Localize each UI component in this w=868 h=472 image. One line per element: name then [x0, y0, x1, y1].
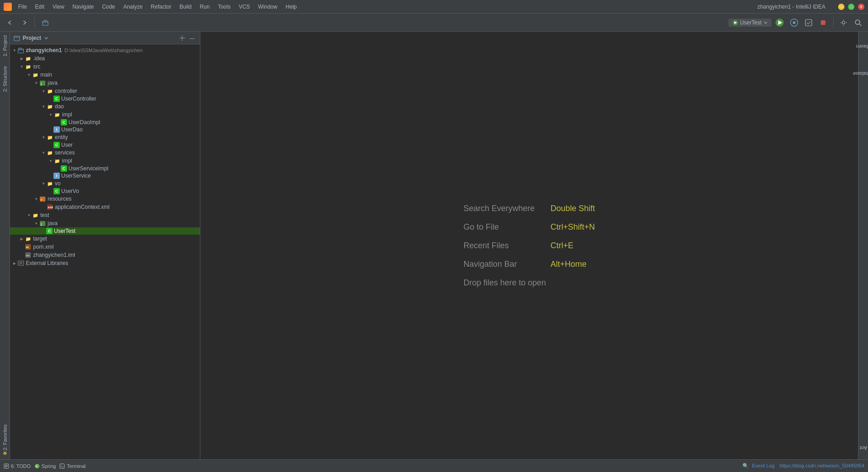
menu-code[interactable]: Code [98, 3, 119, 11]
resources-folder-icon: r [39, 195, 46, 202]
class-icon-usercontroller: C [53, 96, 60, 102]
tree-label-services: services [55, 149, 75, 156]
class-icon-usertest: C [46, 228, 53, 234]
tree-item-vo[interactable]: ▼ 📁 vo [10, 179, 200, 188]
tree-label-extlibs: External Libraries [26, 260, 68, 266]
collapse-arrow: ▶ [19, 56, 24, 61]
run-configuration[interactable]: UserTest [728, 19, 771, 27]
stop-button[interactable] [817, 16, 829, 29]
tree-item-pomxml[interactable]: ▶ m pom.xml [10, 243, 200, 251]
database-tab[interactable]: Database [849, 70, 868, 77]
tree-item-usercontroller[interactable]: ▶ C UserController [10, 95, 200, 102]
tree-item-main[interactable]: ▼ 📁 main [10, 71, 200, 79]
tree-label-resources: resources [48, 196, 72, 202]
tree-item-services[interactable]: ▼ 📁 services [10, 149, 200, 157]
project-tab[interactable]: 1: Project [1, 32, 9, 60]
menu-file[interactable]: File [15, 3, 30, 11]
tree-item-dao[interactable]: ▼ 📁 dao [10, 102, 200, 111]
coverage-button[interactable] [802, 16, 815, 29]
forward-button[interactable] [18, 16, 31, 29]
tree-label-vo: vo [55, 180, 61, 187]
tree-item-test[interactable]: ▼ 📁 test [10, 211, 200, 219]
project-tree[interactable]: ▼ zhangyichen1 D:\idea\SSMJavaWeb\zhangy… [10, 44, 200, 459]
status-spring[interactable]: S Spring [34, 463, 56, 469]
tree-label-main: main [40, 72, 52, 78]
menu-view[interactable]: View [49, 3, 68, 11]
tree-item-resources[interactable]: ▼ r resources [10, 195, 200, 203]
src-folder-icon: 📁 [24, 63, 32, 70]
tree-item-extlibs[interactable]: ▶ External Libraries [10, 259, 200, 267]
tree-item-usertest[interactable]: ▶ C UserTest [10, 227, 200, 235]
tree-item-userdao[interactable]: ▶ I UserDao [10, 126, 200, 133]
menu-tools[interactable]: Tools [214, 3, 234, 11]
panel-settings-btn[interactable] [178, 34, 186, 42]
tree-item-java-test[interactable]: ▼ j java [10, 219, 200, 227]
status-terminal[interactable]: Terminal [59, 463, 86, 469]
tree-item-target[interactable]: ▶ 📁 target [10, 235, 200, 243]
tree-item-userserviceimpl[interactable]: ▶ C UserServiceImpl [10, 165, 200, 172]
menu-help[interactable]: Help [282, 3, 301, 11]
search-button[interactable] [852, 16, 864, 29]
status-todo[interactable]: 6: TODO [4, 463, 31, 469]
project-panel-header: Project — [10, 32, 200, 44]
menu-edit[interactable]: Edit [31, 3, 48, 11]
hint-shortcut-navbar: Alt+Home [550, 260, 587, 269]
tree-item-impl-dao[interactable]: ▼ 📁 impl [10, 111, 200, 119]
run-button[interactable] [773, 16, 786, 29]
iml-icon: iml [24, 251, 32, 259]
hint-navbar: Navigation Bar Alt+Home [463, 260, 595, 269]
csdn-link[interactable]: https://blog.csdn.net/weixin_50485954 [780, 463, 864, 468]
tree-item-root[interactable]: ▼ zhangyichen1 D:\idea\SSMJavaWeb\zhangy… [10, 46, 200, 54]
tree-item-iml[interactable]: ▶ iml zhangyichen1.iml [10, 251, 200, 259]
structure-tab[interactable]: 2: Structure [1, 63, 9, 96]
svg-rect-0 [43, 21, 48, 25]
spring-icon: S [34, 463, 40, 469]
favorites-tab[interactable]: 2: Favorites [1, 421, 9, 459]
menu-window[interactable]: Window [254, 3, 281, 11]
panel-collapse-btn[interactable]: — [188, 34, 196, 42]
tree-label-entity: entity [55, 134, 68, 140]
tree-label-test: test [40, 212, 49, 218]
debug-button[interactable] [788, 16, 800, 29]
tree-item-userdaoimpl[interactable]: ▶ C UserDaoImpl [10, 119, 200, 126]
tree-label-root: zhangyichen1 [26, 47, 62, 53]
tree-label-dao: dao [55, 103, 64, 110]
menu-analyze[interactable]: Analyze [120, 3, 146, 11]
controller-folder-icon: 📁 [46, 87, 53, 95]
menu-navigate[interactable]: Navigate [69, 3, 97, 11]
settings-button[interactable] [837, 16, 850, 29]
maximize-button[interactable]: □ [848, 4, 854, 10]
menu-refactor[interactable]: Refactor [147, 3, 175, 11]
status-link[interactable]: 🔍 Event Log https://blog.csdn.net/weixin… [742, 463, 864, 469]
close-button[interactable]: ✕ [858, 4, 864, 10]
dao-folder-icon: 📁 [46, 103, 53, 110]
project-panel: Project — ▼ zhangyichen1 D:\idea\SSMJava… [10, 32, 200, 459]
tree-item-controller[interactable]: ▼ 📁 controller [10, 87, 200, 95]
menu-vcs[interactable]: VCS [235, 3, 254, 11]
editor-hint-panel: Search Everywhere Double Shift Go to Fil… [445, 186, 613, 306]
hint-shortcut-recent: Ctrl+E [550, 241, 573, 250]
back-button[interactable] [4, 16, 16, 29]
tree-label-userservice: UserService [61, 173, 91, 179]
tree-item-appctx[interactable]: ▶ xml applicationContext.xml [10, 203, 200, 211]
tree-item-userservice[interactable]: ▶ I UserService [10, 172, 200, 179]
class-icon-userdaoimpl: C [61, 119, 67, 125]
tree-item-src[interactable]: ▼ 📁 src [10, 63, 200, 71]
tree-item-java[interactable]: ▼ j java [10, 79, 200, 87]
maven-tab[interactable]: Maven [852, 43, 868, 50]
tree-item-entity[interactable]: ▼ 📁 entity [10, 133, 200, 141]
tree-label-java-test: java [48, 220, 58, 226]
svg-rect-15 [18, 49, 24, 53]
tree-item-idea[interactable]: ▶ 📁 .idea [10, 54, 200, 63]
tree-item-impl-svc[interactable]: ▼ 📁 impl [10, 157, 200, 165]
tree-item-uservo[interactable]: ▶ C UserVo [10, 188, 200, 195]
ant-tab[interactable]: Ant [856, 445, 868, 452]
hint-label-navbar: Navigation Bar [463, 260, 545, 269]
menu-run[interactable]: Run [196, 3, 213, 11]
minimize-button[interactable]: — [838, 4, 844, 10]
tree-label-userdao: UserDao [61, 126, 82, 133]
tree-item-user[interactable]: ▶ C User [10, 141, 200, 149]
hint-search: Search Everywhere Double Shift [463, 204, 595, 213]
tree-label-impl-svc: impl [62, 158, 72, 164]
menu-build[interactable]: Build [176, 3, 195, 11]
